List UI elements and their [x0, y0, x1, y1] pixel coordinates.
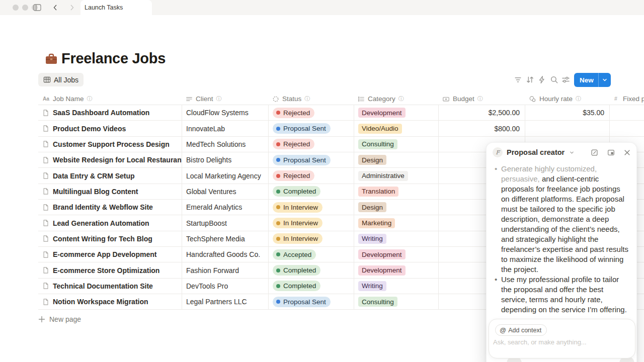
category-badge[interactable]: Translation: [358, 187, 398, 197]
category-badge[interactable]: Development: [358, 249, 406, 259]
automation-bolt-icon[interactable]: [538, 75, 546, 84]
add-context-chip[interactable]: @ Add context: [495, 324, 547, 336]
info-icon[interactable]: ⓘ: [87, 95, 93, 103]
client-cell[interactable]: Legal Partners LLC: [182, 294, 268, 309]
search-icon[interactable]: [550, 75, 558, 84]
status-badge[interactable]: Rejected: [273, 139, 314, 149]
info-icon[interactable]: ⓘ: [398, 95, 404, 103]
column-header-budget[interactable]: Budgetⓘ: [438, 93, 525, 105]
settings-sliders-icon[interactable]: [561, 75, 570, 84]
ask-input[interactable]: [493, 338, 629, 346]
close-icon[interactable]: [624, 149, 630, 156]
client-cell[interactable]: Local Marketing Agency: [182, 168, 268, 183]
status-badge[interactable]: Completed: [273, 186, 320, 197]
category-badge[interactable]: Consulting: [358, 297, 397, 307]
category-cell[interactable]: Translation: [354, 184, 438, 199]
status-badge[interactable]: Rejected: [273, 108, 314, 118]
status-cell[interactable]: Proposal Sent: [268, 294, 354, 309]
client-cell[interactable]: DevTools Pro: [182, 279, 268, 294]
status-badge[interactable]: Accepted: [273, 249, 316, 260]
table-row[interactable]: SaaS Dashboard AutomationCloudFlow Syste…: [38, 105, 644, 121]
status-cell[interactable]: In Interview: [268, 231, 354, 246]
hourly-rate-cell[interactable]: $35.00: [525, 105, 609, 120]
status-cell[interactable]: Proposal Sent: [268, 152, 354, 167]
status-cell[interactable]: Completed: [268, 262, 354, 278]
info-icon[interactable]: ⓘ: [216, 95, 222, 103]
category-cell[interactable]: Consulting: [354, 137, 438, 152]
column-header-hourly-rate[interactable]: Hourly rateⓘ: [525, 93, 609, 105]
status-badge[interactable]: Rejected: [273, 170, 314, 181]
sidebar-toggle-icon[interactable]: [33, 4, 41, 13]
category-cell[interactable]: Development: [354, 247, 438, 262]
column-header-status[interactable]: Statusⓘ: [268, 93, 354, 105]
client-cell[interactable]: InnovateLab: [182, 121, 268, 136]
table-row[interactable]: Product Demo VideosInnovateLabProposal S…: [38, 121, 644, 136]
status-badge[interactable]: In Interview: [273, 202, 323, 213]
client-cell[interactable]: TechSphere Media: [182, 231, 268, 246]
info-icon[interactable]: ⓘ: [576, 95, 581, 103]
page-title[interactable]: Freelance Jobs: [61, 50, 166, 67]
new-button-chevron-down-icon[interactable]: [599, 73, 611, 87]
category-cell[interactable]: Design: [354, 152, 438, 167]
category-cell[interactable]: Writing: [354, 231, 438, 246]
category-cell[interactable]: Consulting: [354, 294, 438, 309]
status-cell[interactable]: In Interview: [268, 215, 354, 230]
job-name-cell[interactable]: SaaS Dashboard Automation: [38, 105, 182, 120]
job-name-cell[interactable]: Brand Identity & Webflow Site: [38, 200, 182, 215]
filter-icon[interactable]: [514, 75, 522, 84]
client-cell[interactable]: StartupBoost: [182, 215, 268, 230]
client-cell[interactable]: Fashion Forward: [182, 262, 268, 278]
status-cell[interactable]: Rejected: [268, 137, 354, 152]
client-cell[interactable]: Emerald Analytics: [182, 200, 268, 215]
fixed-price-cell[interactable]: [609, 105, 644, 120]
tab-launch-tasks[interactable]: Launch Tasks: [80, 0, 152, 15]
status-cell[interactable]: Rejected: [268, 168, 354, 183]
info-icon[interactable]: ⓘ: [477, 95, 483, 103]
category-badge[interactable]: Design: [358, 155, 386, 165]
hourly-rate-cell[interactable]: [525, 121, 609, 136]
client-cell[interactable]: Bistro Delights: [182, 152, 268, 167]
category-cell[interactable]: Marketing: [354, 215, 438, 230]
category-badge[interactable]: Marketing: [358, 218, 395, 228]
status-badge[interactable]: Proposal Sent: [273, 155, 331, 165]
column-header-client[interactable]: Clientⓘ: [182, 93, 268, 105]
status-cell[interactable]: Completed: [268, 184, 354, 199]
client-cell[interactable]: CloudFlow Systems: [182, 105, 268, 120]
category-badge[interactable]: Development: [358, 265, 406, 276]
job-name-cell[interactable]: Notion Workspace Migration: [38, 294, 182, 309]
category-badge[interactable]: Writing: [358, 234, 386, 244]
fixed-price-cell[interactable]: [609, 121, 644, 136]
status-badge[interactable]: In Interview: [273, 218, 323, 228]
status-cell[interactable]: Accepted: [268, 247, 354, 262]
category-cell[interactable]: Development: [354, 262, 438, 278]
column-header-fixed-pr[interactable]: #Fixed pr: [609, 93, 644, 105]
chevron-down-icon[interactable]: [570, 150, 574, 155]
view-tab-all-jobs[interactable]: All Jobs: [38, 73, 84, 86]
client-cell[interactable]: MedTech Solutions: [182, 137, 268, 152]
panel-title[interactable]: Proposal creator: [507, 148, 565, 156]
client-cell[interactable]: Handcrafted Goods Co.: [182, 247, 268, 262]
nav-forward-icon[interactable]: [68, 4, 75, 13]
category-badge[interactable]: Consulting: [358, 139, 397, 149]
new-button[interactable]: New: [574, 73, 611, 87]
category-cell[interactable]: Development: [354, 105, 438, 120]
client-cell[interactable]: Global Ventures: [182, 184, 268, 199]
budget-cell[interactable]: $2,500.00: [438, 105, 525, 120]
job-name-cell[interactable]: Content Writing for Tech Blog: [38, 231, 182, 246]
briefcase-icon[interactable]: [44, 52, 58, 68]
new-page-button[interactable]: New page: [38, 312, 81, 326]
column-header-job-name[interactable]: AaJob Nameⓘ: [38, 93, 182, 105]
category-badge[interactable]: Development: [358, 108, 406, 118]
job-name-cell[interactable]: Multilingual Blog Content: [38, 184, 182, 199]
window-minimize-button[interactable]: [22, 5, 28, 11]
category-badge[interactable]: Administrative: [358, 171, 408, 181]
category-badge[interactable]: Writing: [358, 281, 386, 291]
info-icon[interactable]: ⓘ: [304, 95, 310, 103]
category-badge[interactable]: Design: [358, 202, 386, 212]
window-close-button[interactable]: [13, 5, 19, 11]
side-peek-icon[interactable]: [607, 149, 615, 156]
job-name-cell[interactable]: Product Demo Videos: [38, 121, 182, 136]
job-name-cell[interactable]: Data Entry & CRM Setup: [38, 168, 182, 183]
status-cell[interactable]: Proposal Sent: [268, 121, 354, 136]
category-cell[interactable]: Design: [354, 200, 438, 215]
